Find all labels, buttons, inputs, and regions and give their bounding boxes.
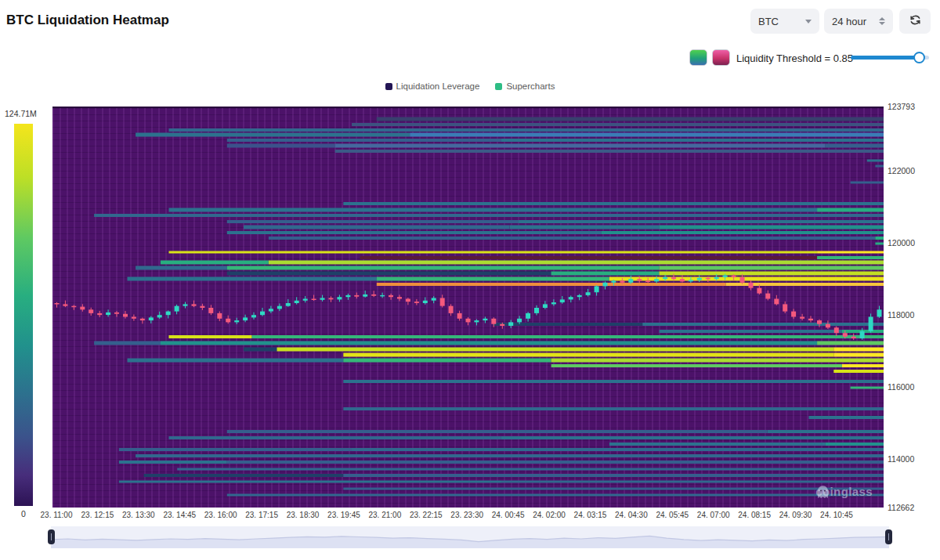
interval-select[interactable]: 24 hour <box>824 9 893 34</box>
time-axis: 23. 11:0023. 12:1523. 13:3023. 14:4523. … <box>0 511 940 522</box>
refresh-icon <box>909 13 922 29</box>
price-axis-label: 123793 <box>888 102 915 111</box>
slider-handle[interactable] <box>913 52 925 63</box>
stepper-icon <box>879 17 885 25</box>
liquidation-heatmap-plot[interactable]: coinglass <box>52 107 884 508</box>
colorbar-max-label: 124.71M <box>5 109 37 118</box>
legend-label: Supercharts <box>506 81 555 91</box>
legend-swatch <box>385 83 392 90</box>
time-axis-label: 24. 10:45 <box>805 511 868 519</box>
refresh-button[interactable] <box>899 9 931 34</box>
long-colormap-swatch[interactable] <box>689 49 707 66</box>
price-axis-label: 118000 <box>888 310 914 320</box>
price-axis-label: 116000 <box>888 382 914 392</box>
symbol-select-value: BTC <box>758 16 779 27</box>
legend-label: Liquidation Leverage <box>396 81 480 91</box>
legend-item-liquidation-leverage[interactable]: Liquidation Leverage <box>385 81 480 91</box>
navigator-left-handle[interactable] <box>48 529 55 544</box>
navigator-right-handle[interactable] <box>885 529 892 544</box>
price-axis-label: 114000 <box>888 454 914 464</box>
interval-select-value: 24 hour <box>832 16 866 27</box>
legend-item-supercharts[interactable]: Supercharts <box>495 81 555 91</box>
colorbar <box>14 124 33 506</box>
range-navigator[interactable] <box>51 526 889 548</box>
navigator-area-chart <box>51 526 889 548</box>
heatmap-canvas <box>52 108 884 509</box>
chevron-down-icon <box>805 20 812 23</box>
chart-legend: Liquidation Leverage Supercharts <box>0 81 940 91</box>
slider-fill <box>851 56 917 60</box>
symbol-select[interactable]: BTC <box>750 9 819 34</box>
legend-swatch <box>495 83 502 90</box>
price-axis-label: 122000 <box>888 166 915 175</box>
liquidity-threshold-label: Liquidity Threshold = 0.85 <box>736 52 853 64</box>
short-colormap-swatch[interactable] <box>712 49 730 66</box>
price-axis-label: 120000 <box>888 238 915 247</box>
page-title: BTC Liquidation Heatmap <box>6 13 169 28</box>
liquidity-threshold-slider[interactable] <box>851 56 929 60</box>
price-axis: 1237931220001200001180001160001140001126… <box>888 107 939 508</box>
